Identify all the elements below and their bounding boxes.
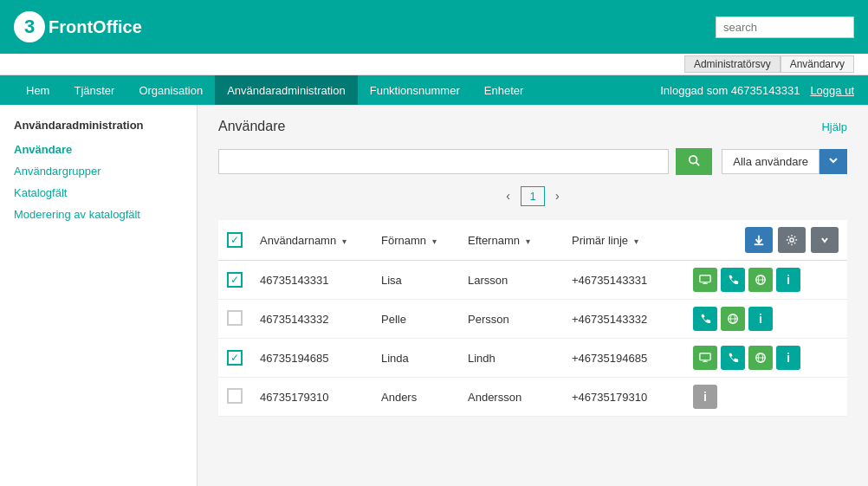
info-icon: i — [759, 312, 762, 326]
content-area: Användare Hjälp Alla användare — [198, 105, 868, 486]
logout-button[interactable]: Logga ut — [810, 84, 854, 97]
chevron-down-icon — [828, 155, 839, 165]
row-firstname: Lisa — [372, 261, 459, 300]
info-button[interactable]: i — [776, 268, 800, 292]
settings-button[interactable] — [778, 227, 806, 253]
svg-line-1 — [696, 163, 700, 166]
sort-arrow-lastname: ▾ — [526, 237, 530, 246]
globe-button[interactable] — [748, 346, 773, 370]
sidebar: Användaradministration Användare Använda… — [0, 105, 198, 486]
info-icon: i — [787, 351, 790, 365]
row-username: 46735143332 — [251, 300, 372, 339]
row-lastname: Larsson — [459, 261, 563, 300]
tab-enheter[interactable]: Enheter — [472, 75, 536, 105]
col-header-firstname[interactable]: Förnamn ▾ — [372, 220, 459, 261]
phone-icon — [727, 274, 739, 286]
export-button[interactable] — [745, 227, 773, 253]
phone-button[interactable] — [721, 268, 745, 292]
row-checkbox[interactable] — [227, 310, 243, 326]
tab-tjanster[interactable]: Tjänster — [62, 75, 126, 105]
main-layout: Användaradministration Användare Använda… — [0, 105, 868, 486]
row-check[interactable]: ✓ — [218, 339, 251, 378]
sort-arrow-firstname: ▾ — [432, 237, 437, 246]
tab-funktionsnummer[interactable]: Funktionsnummer — [358, 75, 472, 105]
user-search-input[interactable] — [218, 149, 669, 174]
logo-three-icon: 3 — [14, 11, 45, 42]
logo-text: FrontOffice — [49, 17, 142, 37]
header-checkbox[interactable]: ✓ — [227, 232, 243, 248]
col-header-lastname[interactable]: Efternamn ▾ — [459, 220, 563, 261]
settings-dropdown-button[interactable] — [811, 227, 839, 253]
row-checkbox[interactable]: ✓ — [227, 350, 243, 366]
user-view-button[interactable]: Användarvy — [781, 55, 854, 73]
row-primary-line: +46735194685 — [563, 339, 684, 378]
search-row: Alla användare — [218, 148, 847, 175]
top-header: 3 FrontOffice — [0, 0, 868, 54]
filter-dropdown-button[interactable] — [819, 149, 847, 174]
sidebar-item-anvandaregrupper[interactable]: Användargrupper — [0, 160, 197, 182]
svg-rect-5 — [700, 275, 710, 282]
search-icon — [688, 154, 700, 166]
logo-area: 3 FrontOffice — [14, 11, 142, 42]
tab-hem[interactable]: Hem — [14, 75, 62, 105]
view-switcher: Administratörsvy Användarvy — [0, 54, 868, 75]
current-page: 1 — [521, 186, 545, 206]
svg-rect-14 — [700, 353, 710, 360]
sidebar-item-moderering[interactable]: Moderering av katalogfält — [0, 204, 197, 225]
row-checkbox[interactable]: ✓ — [227, 272, 243, 288]
sidebar-title: Användaradministration — [0, 119, 197, 139]
nav-bar: Hem Tjänster Organisation Användaradmini… — [0, 75, 868, 105]
table-row: 46735143332 Pelle Persson +46735143332 — [218, 300, 847, 339]
content-header: Användare Hjälp — [218, 119, 847, 134]
row-primary-line: +46735179310 — [563, 378, 684, 417]
help-link[interactable]: Hjälp — [821, 120, 847, 133]
filter-area: Alla användare — [722, 149, 847, 174]
admin-view-button[interactable]: Administratörsvy — [684, 55, 781, 73]
info-button[interactable]: i — [693, 385, 717, 409]
sidebar-item-anvandare[interactable]: Användare — [0, 139, 197, 160]
info-button[interactable]: i — [748, 307, 773, 331]
row-check[interactable] — [218, 300, 251, 339]
svg-point-0 — [690, 156, 697, 164]
table-row: ✓ 46735194685 Linda Lindh +46735194685 — [218, 339, 847, 378]
row-check[interactable]: ✓ — [218, 261, 251, 300]
info-icon: i — [787, 273, 790, 287]
chevron-down-icon-settings — [820, 236, 829, 244]
col-header-primary-line[interactable]: Primär linje ▾ — [563, 220, 684, 261]
sidebar-item-katalogfalt[interactable]: Katalogfält — [0, 182, 197, 204]
prev-page-button[interactable]: ‹ — [499, 185, 517, 206]
filter-button[interactable]: Alla användare — [722, 149, 819, 174]
row-actions: i — [684, 300, 847, 339]
table-row: ✓ 46735143331 Lisa Larsson +46735143331 — [218, 261, 847, 300]
global-search-input[interactable] — [716, 16, 854, 38]
tab-anvandare[interactable]: Användaradministration — [215, 75, 358, 105]
computer-button[interactable] — [693, 268, 717, 292]
next-page-button[interactable]: › — [548, 185, 567, 206]
sort-arrow-username: ▾ — [342, 237, 347, 246]
info-icon: i — [703, 390, 707, 404]
row-firstname: Pelle — [372, 300, 459, 339]
row-checkbox[interactable] — [227, 388, 243, 404]
globe-button[interactable] — [721, 307, 745, 331]
nav-right: Inloggad som 46735143331 Logga ut — [660, 84, 854, 97]
row-check[interactable] — [218, 378, 251, 417]
tab-organisation[interactable]: Organisation — [126, 75, 215, 105]
row-lastname: Andersson — [459, 378, 563, 417]
info-button[interactable]: i — [776, 346, 800, 370]
computer-button[interactable] — [693, 346, 717, 370]
phone-button[interactable] — [693, 307, 717, 331]
pagination: ‹ 1 › — [218, 185, 847, 206]
row-username: 46735143331 — [251, 261, 372, 300]
row-primary-line: +46735143331 — [563, 261, 684, 300]
row-lastname: Lindh — [459, 339, 563, 378]
globe-button[interactable] — [748, 268, 773, 292]
table-row: 46735179310 Anders Andersson +4673517931… — [218, 378, 847, 417]
phone-icon — [699, 313, 711, 325]
action-buttons: i — [693, 385, 839, 409]
col-header-check: ✓ — [218, 220, 251, 261]
col-header-username[interactable]: Användarnamn ▾ — [251, 220, 372, 261]
action-buttons: i — [693, 346, 839, 370]
search-button[interactable] — [676, 148, 712, 175]
row-actions: i — [684, 261, 847, 300]
phone-button[interactable] — [721, 346, 745, 370]
